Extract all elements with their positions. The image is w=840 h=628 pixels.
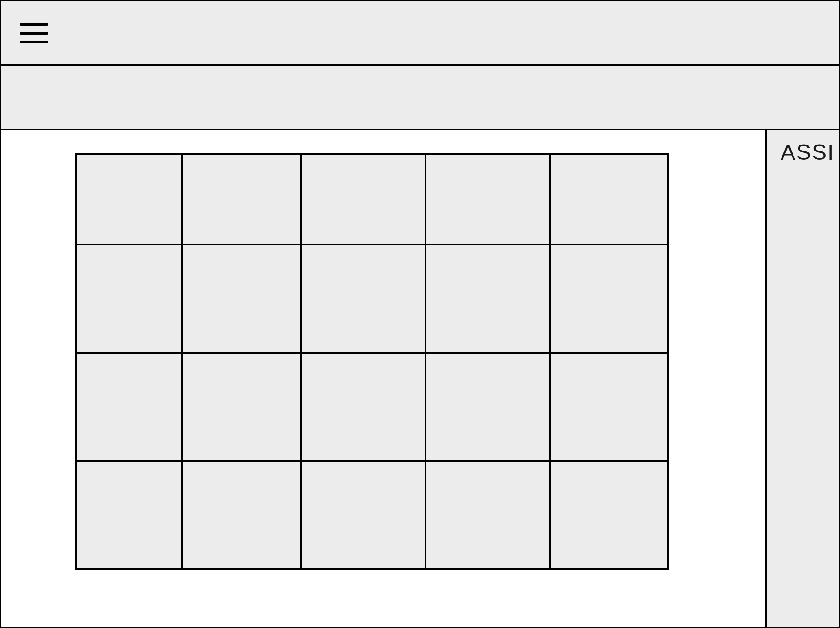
grid-cell[interactable] — [76, 353, 182, 461]
grid-cell[interactable] — [182, 154, 301, 244]
grid-cell[interactable] — [550, 461, 668, 569]
table-row — [76, 244, 668, 353]
grid-cell[interactable] — [550, 154, 668, 244]
app-frame: ASSI — [0, 0, 840, 628]
subheader-bar — [1, 66, 839, 130]
grid-cell[interactable] — [550, 244, 668, 353]
grid-cell[interactable] — [426, 353, 550, 461]
sidebar-title: ASSI — [781, 140, 839, 165]
table-row — [76, 353, 668, 461]
grid-cell[interactable] — [301, 461, 426, 569]
grid-cell[interactable] — [182, 461, 301, 569]
sidebar-right: ASSI — [767, 130, 839, 627]
grid-cell[interactable] — [182, 244, 301, 353]
grid-cell[interactable] — [426, 244, 550, 353]
main-area — [1, 130, 767, 627]
header-bar — [1, 1, 839, 66]
grid-cell[interactable] — [76, 154, 182, 244]
grid-cell[interactable] — [76, 244, 182, 353]
grid-cell[interactable] — [426, 154, 550, 244]
content-row: ASSI — [1, 130, 839, 627]
grid-cell[interactable] — [301, 353, 426, 461]
table-row — [76, 461, 668, 569]
grid-cell[interactable] — [301, 154, 426, 244]
grid-cell[interactable] — [301, 244, 426, 353]
grid-cell[interactable] — [550, 353, 668, 461]
grid-cell[interactable] — [182, 353, 301, 461]
grid-cell[interactable] — [426, 461, 550, 569]
table-row — [76, 154, 668, 244]
hamburger-menu-icon[interactable] — [20, 23, 48, 43]
grid-cell[interactable] — [76, 461, 182, 569]
data-grid — [75, 153, 669, 570]
